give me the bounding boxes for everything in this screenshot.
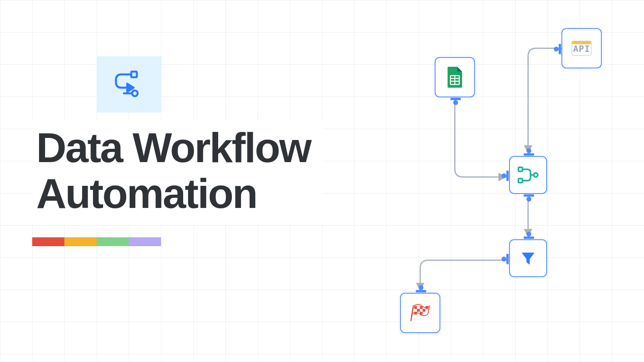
stripe-segment: [97, 237, 129, 246]
stripe-segment: [129, 237, 161, 246]
stripe-segment: [64, 237, 97, 246]
sheets-icon: [446, 66, 464, 88]
svg-rect-16: [414, 312, 417, 315]
workflow-logo-icon: [114, 70, 144, 99]
node-sheets[interactable]: [435, 57, 475, 97]
funnel-icon: [519, 249, 537, 267]
node-api[interactable]: API: [561, 28, 602, 68]
accent-stripe: [32, 237, 161, 246]
page-title: Data Workflow Automation: [36, 125, 310, 217]
flag-icon: [410, 304, 430, 322]
svg-rect-14: [417, 309, 420, 312]
node-merge[interactable]: [509, 156, 547, 194]
api-label: API: [573, 44, 590, 54]
svg-rect-17: [420, 312, 423, 315]
workflow-canvas[interactable]: Data Workflow Automation API: [0, 0, 644, 362]
api-icon: API: [570, 39, 593, 58]
merge-icon: [518, 166, 539, 184]
svg-rect-13: [425, 306, 428, 309]
svg-rect-11: [414, 306, 417, 309]
svg-rect-15: [423, 309, 425, 312]
node-finish[interactable]: [400, 293, 440, 333]
stripe-segment: [32, 237, 64, 246]
app-logo: [97, 56, 161, 113]
svg-rect-12: [420, 306, 423, 309]
node-filter[interactable]: [509, 239, 547, 277]
title-container: Data Workflow Automation: [32, 121, 322, 225]
